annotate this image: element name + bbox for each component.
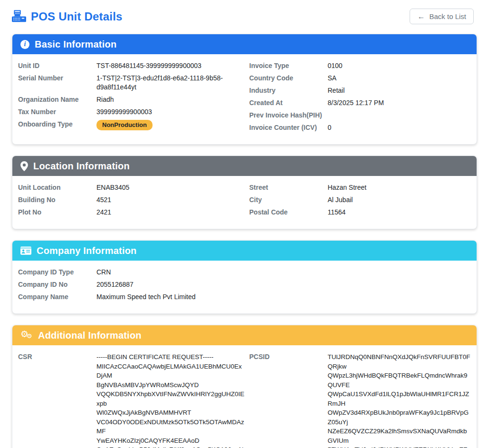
basic-information-card: i Basic Information Unit ID TST-88648114… <box>12 34 477 145</box>
field-row-invoice-type: Invoice Type 0100 <box>249 61 471 70</box>
field-row-unit-id: Unit ID TST-886481145-399999999900003 <box>18 61 245 70</box>
field-row-unit-location: Unit Location ENAB3405 <box>18 183 245 192</box>
map-marker-icon <box>20 161 28 171</box>
field-value: 8/3/2025 12:17 PM <box>328 98 384 107</box>
field-label: Unit Location <box>18 183 96 192</box>
field-row-city: City Al Jubail <box>249 195 471 205</box>
field-row-postal-code: Postal Code 11564 <box>249 208 471 217</box>
field-row-pcsid: PCSID TUlJRDNqQ0NBNFNnQXdJQkFnSVRFUUFBT0… <box>249 352 471 448</box>
field-row-company-id-type: Company ID Type CRN <box>18 268 471 277</box>
field-value: 2421 <box>96 208 111 217</box>
field-value: 11564 <box>328 208 346 217</box>
field-value: 399999999900003 <box>96 107 152 117</box>
additional-information-title: Additional Information <box>38 330 142 341</box>
location-information-header: Location Information <box>12 156 477 176</box>
location-information-title: Location Information <box>33 161 130 172</box>
page-title: POS Unit Details <box>31 10 123 23</box>
field-label: Company ID Type <box>18 268 96 277</box>
field-label: Organization Name <box>18 95 96 104</box>
csr-column: CSR -----BEGIN CERTIFICATE REQUEST----- … <box>18 352 245 448</box>
field-label: PCSID <box>249 352 328 361</box>
field-label: Building No <box>18 195 96 205</box>
field-row-building-no: Building No 4521 <box>18 195 245 205</box>
field-value: 1-TST|2-TST|3-edu2f1d8-e6a2-1118-9b58-d9… <box>96 74 245 92</box>
pcsid-value: TUlJRDNqQ0NBNFNnQXdJQkFnSVRFUUFBT0FQRjkw… <box>328 352 471 448</box>
basic-information-body: Unit ID TST-886481145-399999999900003 Se… <box>12 54 477 144</box>
basic-information-title: Basic Information <box>35 39 116 50</box>
field-value: NonProduction <box>96 120 153 130</box>
field-row-street: Street Hazan Street <box>249 183 471 192</box>
basic-information-header: i Basic Information <box>12 34 477 54</box>
field-value: Hazan Street <box>328 183 367 192</box>
field-row-organization-name: Organization Name Riadh <box>18 95 245 104</box>
basic-left-column: Unit ID TST-886481145-399999999900003 Se… <box>18 61 245 136</box>
field-label: Serial Number <box>18 74 96 83</box>
field-value: 0100 <box>328 61 343 70</box>
field-label: Unit ID <box>18 61 96 70</box>
field-label: Created At <box>249 98 328 107</box>
additional-information-card: ⚙ ⚙ Additional Information CSR -----BEGI… <box>12 325 477 448</box>
field-value: SA <box>328 74 337 83</box>
field-row-plot-no: Plot No 2421 <box>18 208 245 217</box>
location-information-body: Unit Location ENAB3405 Building No 4521 … <box>12 176 477 229</box>
field-label: Industry <box>249 86 328 95</box>
id-card-icon <box>20 246 31 255</box>
additional-information-header: ⚙ ⚙ Additional Information <box>12 325 477 345</box>
field-value: CRN <box>96 268 111 277</box>
back-to-list-button[interactable]: ← Back to List <box>410 9 474 24</box>
basic-right-column: Invoice Type 0100 Country Code SA Indust… <box>245 61 471 136</box>
field-row-serial-number: Serial Number 1-TST|2-TST|3-edu2f1d8-e6a… <box>18 74 245 92</box>
field-row-company-name: Company Name Maximum Speed tech Pvt Limi… <box>18 292 471 302</box>
additional-information-body: CSR -----BEGIN CERTIFICATE REQUEST----- … <box>12 345 477 448</box>
field-value: Maximum Speed tech Pvt Limited <box>96 292 196 302</box>
company-information-header: Company Information <box>12 241 477 261</box>
field-label: Invoice Counter (ICV) <box>249 123 328 132</box>
field-row-tax-number: Tax Number 399999999900003 <box>18 107 245 117</box>
field-label: City <box>249 195 328 205</box>
field-value: 2055126887 <box>96 280 134 289</box>
gears-icon: ⚙ ⚙ <box>20 330 33 341</box>
info-icon: i <box>20 40 29 49</box>
field-label: Onboarding Type <box>18 120 96 129</box>
field-value: ENAB3405 <box>96 183 129 192</box>
field-row-onboarding-type: Onboarding Type NonProduction <box>18 120 245 130</box>
field-value: Riadh <box>96 95 114 104</box>
back-button-label: Back to List <box>429 12 466 20</box>
field-row-industry: Industry Retail <box>249 86 471 95</box>
field-label: Prev Invoice Hash(PIH) <box>249 111 322 120</box>
onboarding-type-badge: NonProduction <box>96 120 153 130</box>
field-value: 4521 <box>96 195 111 205</box>
field-label: Country Code <box>249 74 328 83</box>
location-information-card: Location Information Unit Location ENAB3… <box>12 156 477 229</box>
location-left-column: Unit Location ENAB3405 Building No 4521 … <box>18 183 245 220</box>
company-information-body: Company ID Type CRN Company ID No 205512… <box>12 261 477 313</box>
field-row-country-code: Country Code SA <box>249 74 471 83</box>
company-information-title: Company Information <box>37 245 136 256</box>
location-right-column: Street Hazan Street City Al Jubail Posta… <box>245 183 471 220</box>
field-label: Plot No <box>18 208 96 217</box>
page-title-wrap: POS Unit Details <box>12 10 123 23</box>
field-label: Tax Number <box>18 107 96 117</box>
pos-unit-details-page: POS Unit Details ← Back to List i Basic … <box>0 0 488 448</box>
field-value: Retail <box>328 86 345 95</box>
field-value: TST-886481145-399999999900003 <box>96 61 201 70</box>
csr-value: -----BEGIN CERTIFICATE REQUEST----- MIIC… <box>96 352 245 448</box>
field-row-company-id-no: Company ID No 2055126887 <box>18 280 471 289</box>
page-header: POS Unit Details ← Back to List <box>12 9 477 24</box>
cash-register-icon <box>12 10 26 23</box>
field-row-invoice-counter: Invoice Counter (ICV) 0 <box>249 123 471 132</box>
field-label: CSR <box>18 352 96 361</box>
field-label: Company Name <box>18 292 96 302</box>
back-arrow-icon: ← <box>417 13 425 20</box>
field-row-prev-invoice-hash: Prev Invoice Hash(PIH) <box>249 111 471 120</box>
pcsid-column: PCSID TUlJRDNqQ0NBNFNnQXdJQkFnSVRFUUFBT0… <box>245 352 471 448</box>
field-label: Invoice Type <box>249 61 328 70</box>
field-row-created-at: Created At 8/3/2025 12:17 PM <box>249 98 471 107</box>
field-row-csr: CSR -----BEGIN CERTIFICATE REQUEST----- … <box>18 352 245 448</box>
field-value: 0 <box>328 123 332 132</box>
company-information-card: Company Information Company ID Type CRN … <box>12 240 477 314</box>
field-label: Postal Code <box>249 208 328 217</box>
field-label: Street <box>249 183 328 192</box>
field-label: Company ID No <box>18 280 96 289</box>
field-value: Al Jubail <box>328 195 353 205</box>
